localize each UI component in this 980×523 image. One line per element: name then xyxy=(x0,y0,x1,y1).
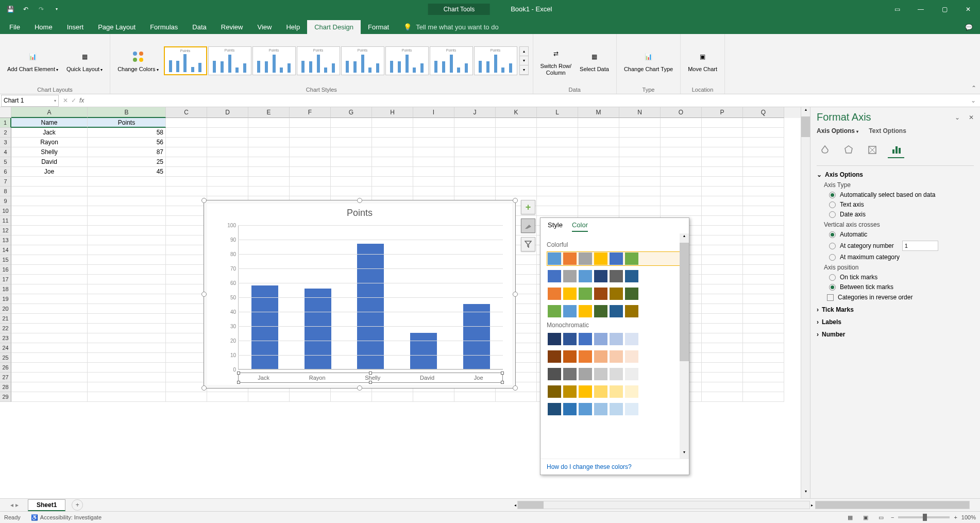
chart-style-thumb[interactable]: Points xyxy=(297,46,340,75)
cell[interactable] xyxy=(743,147,784,157)
opt-auto-type[interactable]: Automatically select based on data xyxy=(829,191,974,198)
cell[interactable] xyxy=(702,265,743,275)
cell[interactable] xyxy=(702,206,743,216)
column-header[interactable]: K xyxy=(496,107,537,118)
row-header[interactable]: 2 xyxy=(0,128,11,138)
row-header[interactable]: 17 xyxy=(0,275,11,284)
cell[interactable]: 45 xyxy=(88,167,166,177)
cell[interactable] xyxy=(88,275,166,284)
cell[interactable] xyxy=(702,147,743,157)
cell[interactable] xyxy=(88,382,166,392)
cell[interactable] xyxy=(166,333,207,343)
sheet-tab[interactable]: Sheet1 xyxy=(28,499,65,511)
column-header[interactable]: C xyxy=(166,107,207,118)
popup-tab-style[interactable]: Style xyxy=(548,221,563,232)
row-header[interactable]: 15 xyxy=(0,255,11,265)
cell[interactable] xyxy=(248,187,290,196)
cell[interactable] xyxy=(454,392,496,402)
cell[interactable] xyxy=(496,157,537,167)
pane-horizontal-scrollbar[interactable] xyxy=(815,501,970,509)
cell[interactable] xyxy=(619,157,661,167)
cell[interactable] xyxy=(743,333,784,343)
cell[interactable] xyxy=(166,275,207,284)
number-section[interactable]: ›Number xyxy=(817,331,974,338)
chart-handle[interactable] xyxy=(201,385,207,391)
cell[interactable] xyxy=(248,177,290,187)
cell[interactable] xyxy=(702,382,743,392)
cell[interactable] xyxy=(166,128,207,138)
cell[interactable] xyxy=(88,265,166,275)
cell[interactable] xyxy=(661,157,702,167)
row-header[interactable]: 12 xyxy=(0,226,11,235)
cell[interactable] xyxy=(372,392,413,402)
cell[interactable] xyxy=(11,235,88,245)
cell[interactable] xyxy=(248,118,290,128)
cell[interactable] xyxy=(413,118,454,128)
cell[interactable] xyxy=(11,284,88,294)
zoom-out-icon[interactable]: − xyxy=(891,514,894,520)
color-scheme-row[interactable] xyxy=(547,251,683,266)
cell[interactable] xyxy=(11,373,88,382)
cell[interactable] xyxy=(166,363,207,373)
popup-scrollbar[interactable]: ▴ ▾ xyxy=(680,233,689,459)
cell[interactable] xyxy=(11,226,88,235)
color-scheme-row[interactable] xyxy=(547,367,683,381)
row-header[interactable]: 8 xyxy=(0,187,11,196)
cell[interactable] xyxy=(207,187,248,196)
cell[interactable] xyxy=(743,187,784,196)
fill-line-icon[interactable] xyxy=(817,142,833,158)
column-header[interactable]: Q xyxy=(743,107,784,118)
cell[interactable] xyxy=(166,187,207,196)
cell[interactable] xyxy=(88,187,166,196)
cell[interactable] xyxy=(88,324,166,333)
cell[interactable] xyxy=(88,284,166,294)
cell[interactable] xyxy=(537,138,578,147)
cell[interactable] xyxy=(578,187,619,196)
cell[interactable] xyxy=(166,382,207,392)
name-box-dropdown-icon[interactable]: ▾ xyxy=(54,98,56,103)
switch-row-column-button[interactable]: ⇄ Switch Row/ Column xyxy=(537,44,575,77)
cell[interactable] xyxy=(743,373,784,382)
cell[interactable] xyxy=(290,177,331,187)
opt-at-max[interactable]: At maximum category xyxy=(829,254,974,261)
cell[interactable] xyxy=(413,392,454,402)
cell[interactable] xyxy=(11,255,88,265)
chart-style-thumb[interactable]: Points xyxy=(474,46,517,75)
column-header[interactable]: P xyxy=(702,107,743,118)
cell[interactable] xyxy=(207,138,248,147)
cell[interactable] xyxy=(88,353,166,363)
gallery-more-icon[interactable]: ▾ xyxy=(520,65,528,75)
row-header[interactable]: 3 xyxy=(0,138,11,147)
cell[interactable] xyxy=(702,235,743,245)
comments-icon[interactable]: 💬 xyxy=(958,21,980,34)
size-props-icon[interactable] xyxy=(864,142,881,158)
row-header[interactable]: 10 xyxy=(0,206,11,216)
cell[interactable] xyxy=(372,167,413,177)
category-number-input[interactable] xyxy=(902,241,938,251)
hscroll-left-icon[interactable]: ◂ xyxy=(514,503,516,508)
pane-options-icon[interactable]: ⌄ xyxy=(955,114,960,121)
chart-handle[interactable] xyxy=(513,198,518,203)
cell[interactable] xyxy=(290,128,331,138)
cell[interactable] xyxy=(88,196,166,206)
pane-close-icon[interactable]: ✕ xyxy=(969,114,974,121)
cell[interactable] xyxy=(702,392,743,402)
cell[interactable] xyxy=(166,206,207,216)
cell[interactable] xyxy=(702,167,743,177)
cell[interactable] xyxy=(619,187,661,196)
cell[interactable] xyxy=(413,138,454,147)
cell[interactable] xyxy=(11,392,88,402)
cell[interactable] xyxy=(578,167,619,177)
cell[interactable] xyxy=(372,187,413,196)
cell[interactable] xyxy=(166,343,207,353)
column-header[interactable]: F xyxy=(290,107,331,118)
color-scheme-row[interactable] xyxy=(547,269,683,283)
cell[interactable] xyxy=(702,196,743,206)
cell[interactable] xyxy=(166,226,207,235)
cell[interactable] xyxy=(578,157,619,167)
cell[interactable] xyxy=(88,314,166,324)
expand-formula-icon[interactable]: ⌄ xyxy=(967,97,980,104)
chart-handle[interactable] xyxy=(357,385,362,391)
cell[interactable] xyxy=(743,304,784,314)
cell[interactable] xyxy=(537,128,578,138)
